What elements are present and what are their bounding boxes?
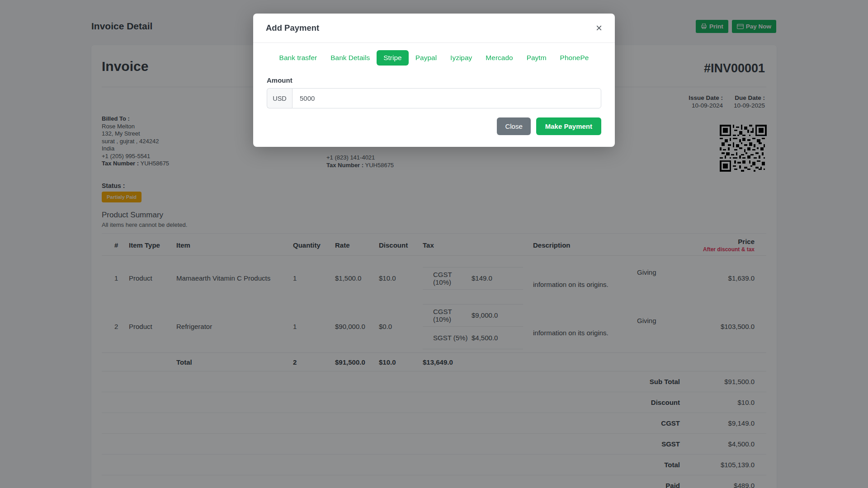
make-payment-button[interactable]: Make Payment bbox=[536, 117, 601, 135]
amount-input-group: USD bbox=[267, 88, 601, 108]
currency-prefix: USD bbox=[267, 88, 292, 108]
amount-label: Amount bbox=[267, 76, 601, 84]
modal-footer: Close Make Payment bbox=[267, 117, 601, 135]
modal-body: Bank trasfer Bank Details Stripe Paypal … bbox=[253, 43, 615, 147]
tab-mercado[interactable]: Mercado bbox=[479, 50, 519, 66]
close-button[interactable]: Close bbox=[497, 117, 530, 135]
modal-header: Add Payment × bbox=[253, 14, 615, 43]
tab-bank-trasfer[interactable]: Bank trasfer bbox=[273, 50, 324, 66]
tab-paypal[interactable]: Paypal bbox=[409, 50, 443, 66]
tab-iyzipay[interactable]: Iyzipay bbox=[443, 50, 479, 66]
add-payment-modal: Add Payment × Bank trasfer Bank Details … bbox=[253, 14, 615, 147]
tab-bank-details[interactable]: Bank Details bbox=[324, 50, 377, 66]
close-icon[interactable]: × bbox=[596, 23, 602, 33]
amount-input[interactable] bbox=[292, 88, 601, 108]
modal-title: Add Payment bbox=[266, 23, 319, 33]
tab-stripe[interactable]: Stripe bbox=[377, 50, 409, 66]
tab-paytm[interactable]: Paytm bbox=[520, 50, 553, 66]
payment-method-tabs: Bank trasfer Bank Details Stripe Paypal … bbox=[267, 50, 601, 66]
tab-phonepe[interactable]: PhonePe bbox=[553, 50, 596, 66]
